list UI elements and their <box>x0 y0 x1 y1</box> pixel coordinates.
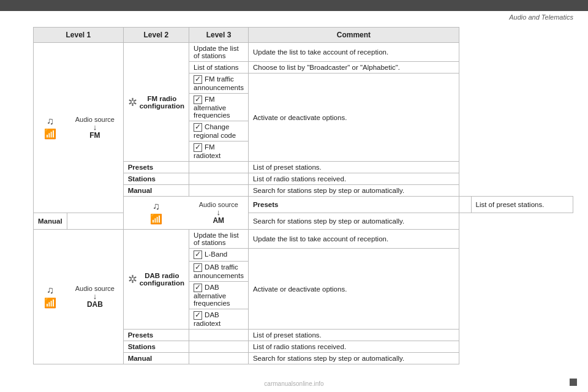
fm-source-cell: Audio source ↓ FM <box>71 113 119 142</box>
l2-manual-fm: Manual <box>123 185 189 197</box>
header-level1: Level 1 <box>34 28 124 43</box>
antenna-icon-dab: 📶 <box>44 297 56 309</box>
dab-config-label: DAB radioconfiguration <box>140 272 184 287</box>
am-icons: ♫ 📶 <box>128 201 185 225</box>
l3-stations-dab <box>189 341 249 353</box>
l2-presets-fm: Presets <box>123 162 189 173</box>
watermark: carmanualsonline.info <box>264 380 323 387</box>
comment-presets-fm: List of preset stations. <box>248 162 459 173</box>
l3-presets-am <box>459 197 471 213</box>
dab-label: DAB <box>87 300 103 309</box>
checkbox-icon <box>194 311 202 320</box>
l3-presets-fm <box>189 162 249 173</box>
l3-lband-dab: L-Band <box>189 249 249 262</box>
comment-update-dab: Update the list to take account of recep… <box>248 230 459 249</box>
music-icon-dab: ♫ <box>47 285 54 296</box>
l3-update-fm: Update the list of stations <box>189 43 249 62</box>
table-row: ♫ 📶 Audio source ↓ DAB ✲ <box>34 230 573 249</box>
l3-manual-fm <box>189 185 249 197</box>
l3-radiotext-dab: DAB radiotext <box>189 309 249 330</box>
am-label: AM <box>213 216 224 225</box>
checkbox-icon <box>194 123 202 132</box>
l3-alt-freq-dab: DAB alternative frequencies <box>189 282 249 309</box>
fm-icons: ♫ 📶 <box>38 116 62 140</box>
fm-config-cell: ✲ FM radioconfiguration <box>128 94 184 111</box>
comment-update-fm: Update the list to take account of recep… <box>248 43 459 62</box>
l2-manual-am: Manual <box>34 213 67 230</box>
dab-config-cell: ✲ DAB radioconfiguration <box>128 271 184 288</box>
antenna-icon: 📶 <box>44 128 56 140</box>
l3-update-dab: Update the list of stations <box>189 230 249 249</box>
page: Audio and Telematics Level 1 Level 2 Lev… <box>0 0 588 392</box>
checkbox-icon <box>194 263 202 272</box>
fm-config-label: FM radioconfiguration <box>140 95 184 110</box>
l3-traffic-dab: DAB traffic announcements <box>189 262 249 282</box>
checkbox-icon <box>194 75 202 84</box>
table-row: ♫ 📶 Audio source ↓ FM ✲ <box>34 43 573 62</box>
header-comment: Comment <box>248 28 459 43</box>
l3-manual-dab <box>189 353 249 364</box>
l2-manual-dab: Manual <box>123 353 189 364</box>
l3-presets-dab <box>189 330 249 341</box>
star-icon: ✲ <box>128 96 137 109</box>
header-bar <box>0 0 588 11</box>
l3-traffic-fm: FM traffic announcements <box>189 74 249 94</box>
comment-presets-dab: List of preset stations. <box>248 330 459 341</box>
page-title: Audio and Telematics <box>0 11 588 22</box>
star-icon-dab: ✲ <box>128 273 137 286</box>
checkbox-icon <box>194 143 202 152</box>
l3-alt-freq-fm: FM alternative frequencies <box>189 94 249 121</box>
l3-stations-fm <box>189 173 249 185</box>
bottom-bar-indicator <box>570 379 577 386</box>
comment-manual-fm: Search for stations step by step or auto… <box>248 185 459 197</box>
table-row: Manual Search for stations step by step … <box>34 213 573 230</box>
antenna-icon-am: 📶 <box>150 213 162 225</box>
fm-arrow: ↓ <box>74 123 116 131</box>
l2-stations-fm: Stations <box>123 173 189 185</box>
fm-label: FM <box>89 131 100 140</box>
dab-arrow: ↓ <box>74 292 116 300</box>
l2-stations-dab: Stations <box>123 341 189 353</box>
l3-list-fm: List of stations <box>189 62 249 74</box>
checkbox-icon <box>194 251 202 259</box>
checkbox-icon <box>194 284 202 292</box>
comment-activate-fm: Activate or deactivate options. <box>248 74 459 162</box>
header-level2: Level 2 <box>123 28 189 43</box>
comment-manual-dab: Search for stations step by step or auto… <box>248 353 459 364</box>
comment-stations-fm: List of radio stations received. <box>248 173 459 185</box>
comment-manual-am: Search for stations step by step or auto… <box>248 213 459 230</box>
checkbox-icon <box>194 96 202 104</box>
comment-list-fm: Choose to list by "Broadcaster" or "Alph… <box>248 62 459 74</box>
am-source-cell: Audio source ↓ AM <box>194 198 244 227</box>
music-icon-am: ♫ <box>153 201 160 212</box>
dab-icons: ♫ 📶 <box>38 285 62 309</box>
comment-presets-am: List of preset stations. <box>471 197 573 213</box>
music-icon: ♫ <box>47 116 54 127</box>
l3-radiotext-fm: FM radiotext <box>189 141 249 162</box>
l3-regional-fm: Change regional code <box>189 121 249 141</box>
l2-presets-am: Presets <box>248 197 459 213</box>
am-arrow: ↓ <box>196 208 241 216</box>
table-container: Level 1 Level 2 Level 3 Comment ♫ 📶 <box>33 27 573 364</box>
main-table: Level 1 Level 2 Level 3 Comment ♫ 📶 <box>33 27 573 364</box>
comment-stations-dab: List of radio stations received. <box>248 341 459 353</box>
header-level3: Level 3 <box>189 28 249 43</box>
l3-manual-am <box>67 213 123 230</box>
dab-source-cell: Audio source ↓ DAB <box>71 282 119 311</box>
l2-presets-dab: Presets <box>123 330 189 341</box>
comment-activate-dab: Activate or deactivate options. <box>248 249 459 330</box>
